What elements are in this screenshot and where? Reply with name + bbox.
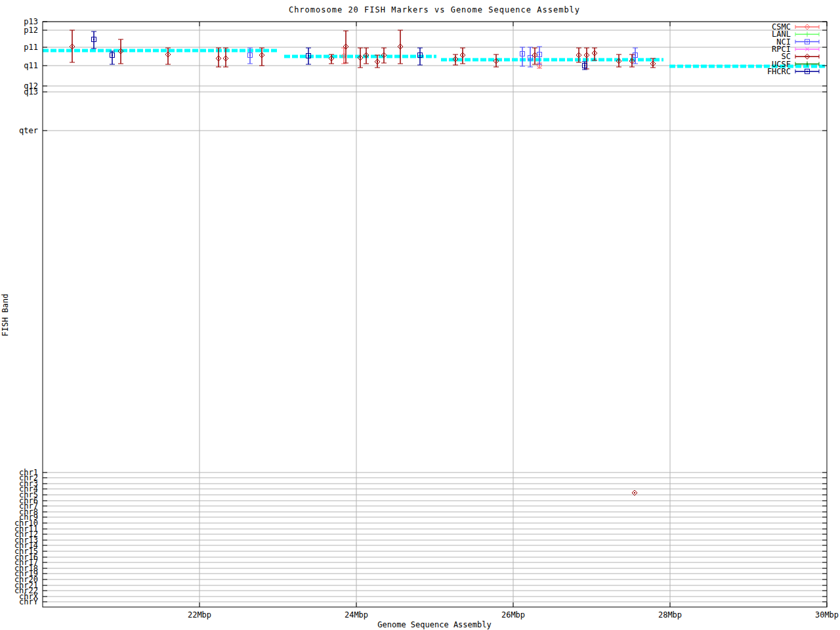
- point-SC-9-marker-dot: [360, 57, 361, 58]
- point-NCI-2-marker-dot: [522, 53, 523, 54]
- ytick-label-p11: p11: [24, 43, 38, 52]
- legend-marker-UCSF-dot: [807, 64, 808, 65]
- point-NCI-3-marker-dot: [530, 57, 531, 58]
- point-SC-12-marker-dot: [383, 54, 385, 56]
- point-FHCRC-2-marker-dot: [112, 54, 113, 56]
- point-SC-16-marker-dot: [495, 60, 497, 62]
- fish-marker-plot-page: p13p12p11q11q12q13qterchr1chr2chr3chr4ch…: [0, 0, 840, 630]
- y-axis-title: FISH Band: [1, 293, 10, 336]
- point-SC-17-marker-dot: [534, 54, 536, 56]
- point-FHCRC-4-marker-dot: [419, 54, 421, 56]
- point-SC-22-marker-dot: [631, 60, 633, 62]
- point-SC-19-marker-dot: [586, 54, 587, 56]
- legend-marker-LANL-dot: [807, 33, 808, 35]
- point-SC-18-marker-dot: [578, 54, 579, 56]
- xtick-label-30Mbp: 30Mbp: [815, 610, 839, 620]
- point-SC-10-marker-dot: [366, 54, 367, 56]
- x-axis-title: Genome Sequence Assembly: [377, 620, 491, 629]
- ytick-label-q11: q11: [24, 61, 38, 70]
- legend-marker-FHCRC-dot: [807, 71, 808, 72]
- ytick-label-p13: p13: [24, 17, 38, 26]
- ytick-label-p12: p12: [24, 26, 38, 35]
- legend-marker-CSMC-dot: [807, 26, 808, 28]
- point-SC-5-marker-dot: [225, 58, 226, 59]
- xtick-label-24Mbp: 24Mbp: [345, 610, 368, 620]
- point-SC-3-marker-dot: [167, 54, 169, 55]
- point-NCI-4-marker-dot: [539, 54, 540, 55]
- ytick-label-q13: q13: [24, 87, 38, 96]
- point-SC-2-marker-dot: [120, 51, 121, 52]
- point-CSMC-1-marker-dot: [343, 55, 345, 56]
- chart-canvas: p13p12p11q11q12q13qterchr1chr2chr3chr4ch…: [0, 0, 840, 630]
- point-SC-21-marker-dot: [618, 60, 620, 62]
- point-SC-20-marker-dot: [594, 52, 595, 54]
- xtick-label-26Mbp: 26Mbp: [501, 610, 525, 620]
- point-SC-4-marker-dot: [218, 58, 219, 59]
- legend-label-FHCRC: FHCRC: [767, 67, 791, 76]
- point-CSMC-2-marker-dot: [539, 65, 540, 66]
- point-SC-14-marker-dot: [455, 58, 456, 60]
- ytick-label-chrY: chrY: [19, 597, 39, 606]
- point-SC-23-marker-dot: [652, 63, 654, 64]
- point-FHCRC-5-marker-dot: [584, 65, 585, 66]
- point-SC-7-marker-dot: [331, 58, 332, 59]
- xtick-label-28Mbp: 28Mbp: [658, 610, 682, 620]
- point-SC-13-marker-dot: [400, 46, 401, 47]
- point-SC-6-marker-dot: [261, 54, 262, 56]
- point-SC-8-marker-dot: [345, 46, 346, 47]
- xtick-label-22Mbp: 22Mbp: [188, 610, 211, 620]
- point-NCI-1-marker-dot: [249, 54, 251, 56]
- legend-marker-RPCI-dot: [807, 49, 808, 50]
- legend-marker-SC-dot: [807, 56, 808, 57]
- legend-marker-NCI-dot: [807, 41, 808, 43]
- point-SC-15-marker-dot: [462, 54, 463, 56]
- point-NCI-5-marker-dot: [635, 54, 636, 56]
- point-FHCRC-1-marker-dot: [93, 39, 94, 40]
- ytick-label-qter: qter: [19, 126, 38, 135]
- point-SC-11-marker-dot: [377, 61, 378, 62]
- point-SC-1-marker-dot: [72, 46, 73, 47]
- plot-frame: [43, 22, 827, 607]
- point-SC-24-marker-dot: [634, 492, 635, 494]
- chart-title: Chromosome 20 FISH Markers vs Genome Seq…: [289, 5, 580, 14]
- point-FHCRC-3-marker-dot: [308, 55, 309, 56]
